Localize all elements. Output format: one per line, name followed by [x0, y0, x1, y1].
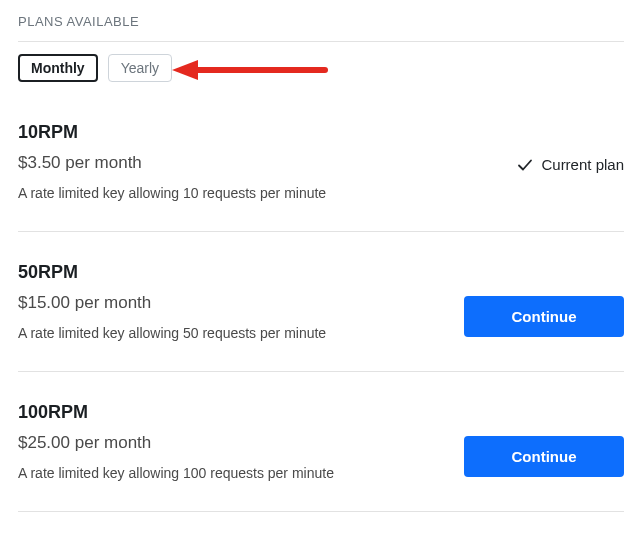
section-header: PLANS AVAILABLE: [18, 14, 624, 29]
billing-period-toggle: Monthly Yearly: [18, 54, 624, 82]
plan-description: A rate limited key allowing 50 requests …: [18, 325, 464, 341]
plan-name: 50RPM: [18, 262, 464, 283]
plan-price: $15.00 per month: [18, 293, 464, 313]
plan-info: 100RPM $25.00 per month A rate limited k…: [18, 402, 464, 481]
plan-name: 10RPM: [18, 122, 464, 143]
plan-price: $25.00 per month: [18, 433, 464, 453]
plan-row: 100RPM $25.00 per month A rate limited k…: [18, 402, 624, 512]
plan-action: Current plan: [464, 122, 624, 173]
plan-action: Continue: [464, 262, 624, 337]
plan-row: 50RPM $15.00 per month A rate limited ke…: [18, 262, 624, 372]
plan-action: Continue: [464, 402, 624, 477]
plan-info: 50RPM $15.00 per month A rate limited ke…: [18, 262, 464, 341]
check-icon: [517, 157, 533, 173]
plan-price: $3.50 per month: [18, 153, 464, 173]
continue-button[interactable]: Continue: [464, 296, 624, 337]
current-plan-label: Current plan: [541, 156, 624, 173]
current-plan-indicator: Current plan: [517, 156, 624, 173]
divider: [18, 41, 624, 42]
plan-description: A rate limited key allowing 10 requests …: [18, 185, 464, 201]
svg-marker-1: [172, 60, 198, 80]
plan-name: 100RPM: [18, 402, 464, 423]
yearly-toggle[interactable]: Yearly: [108, 54, 172, 82]
arrow-annotation-icon: [170, 56, 330, 84]
plan-row: 10RPM $3.50 per month A rate limited key…: [18, 122, 624, 232]
continue-button[interactable]: Continue: [464, 436, 624, 477]
plan-description: A rate limited key allowing 100 requests…: [18, 465, 464, 481]
plan-info: 10RPM $3.50 per month A rate limited key…: [18, 122, 464, 201]
monthly-toggle[interactable]: Monthly: [18, 54, 98, 82]
